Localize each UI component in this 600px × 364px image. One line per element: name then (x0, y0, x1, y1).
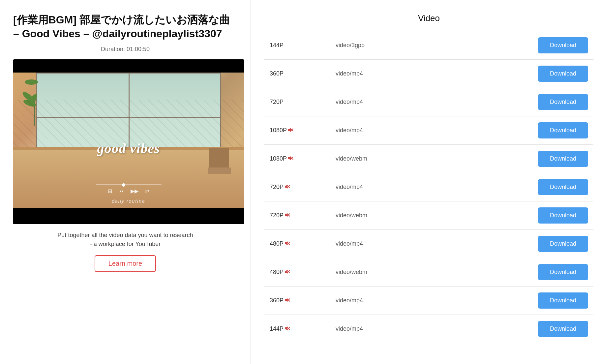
format-cell: video/mp4 (330, 116, 390, 145)
download-cell: Download (390, 173, 593, 201)
right-panel: Video 144Pvideo/3gppDownload360Pvideo/mp… (251, 0, 600, 364)
download-table: 144Pvideo/3gppDownload360Pvideo/mp4Downl… (264, 31, 593, 343)
video-thumbnail: good vibes ⊟ ⏮ ▶▶ ⇄ daily routine (13, 59, 244, 224)
mute-icon (285, 184, 291, 189)
download-button-0[interactable]: Download (538, 37, 588, 53)
download-button-3[interactable]: Download (538, 122, 588, 138)
table-row: 720P video/webmDownload (264, 201, 593, 230)
resolution-cell: 360P (264, 60, 330, 88)
table-row: 144P video/mp4Download (264, 315, 593, 343)
mute-icon (285, 213, 291, 217)
mute-icon (285, 241, 291, 246)
rewind-icon[interactable]: ⏮ (119, 188, 124, 194)
download-cell: Download (390, 116, 593, 145)
download-button-4[interactable]: Download (538, 151, 588, 167)
mute-icon (285, 298, 291, 302)
download-cell: Download (390, 88, 593, 116)
download-scroll-area[interactable]: Video 144Pvideo/3gppDownload360Pvideo/mp… (264, 13, 593, 351)
download-cell: Download (390, 60, 593, 88)
table-row: 480P video/mp4Download (264, 230, 593, 258)
resolution-cell: 720P (264, 201, 330, 230)
resolution-cell: 720P (264, 173, 330, 201)
download-button-6[interactable]: Download (538, 207, 588, 224)
main-container: [作業用BGM] 部屋でかけ流したいお洒落な曲 – Good Vibes – @… (0, 0, 600, 364)
video-duration: Duration: 01:00:50 (13, 46, 237, 53)
format-cell: video/webm (330, 258, 390, 287)
download-cell: Download (390, 287, 593, 315)
video-section-title: Video (264, 13, 593, 26)
video-title: [作業用BGM] 部屋でかけ流したいお洒落な曲 – Good Vibes – @… (13, 13, 237, 41)
format-cell: video/mp4 (330, 60, 390, 88)
mute-icon (285, 326, 291, 331)
daily-routine-text: daily routine (112, 198, 145, 204)
resolution-cell: 1080P (264, 145, 330, 173)
download-cell: Download (390, 230, 593, 258)
resolution-cell: 720P (264, 88, 330, 116)
mute-icon (285, 269, 291, 274)
format-cell: video/webm (330, 201, 390, 230)
table-row: 480P video/webmDownload (264, 258, 593, 287)
resolution-cell: 360P (264, 287, 330, 315)
download-button-10[interactable]: Download (538, 321, 588, 337)
download-button-8[interactable]: Download (538, 264, 588, 280)
download-cell: Download (390, 145, 593, 173)
mute-icon (288, 156, 295, 161)
learn-more-button[interactable]: Learn more (95, 255, 156, 272)
resolution-cell: 144P (264, 31, 330, 60)
table-row: 144Pvideo/3gppDownload (264, 31, 593, 60)
download-button-9[interactable]: Download (538, 292, 588, 309)
format-cell: video/mp4 (330, 230, 390, 258)
download-button-1[interactable]: Download (538, 66, 588, 82)
resolution-cell: 480P (264, 230, 330, 258)
loop-icon[interactable]: ⊟ (108, 188, 112, 194)
download-cell: Download (390, 258, 593, 287)
table-row: 720Pvideo/mp4Download (264, 88, 593, 116)
resolution-cell: 1080P (264, 116, 330, 145)
download-cell: Download (390, 201, 593, 230)
resolution-cell: 144P (264, 315, 330, 343)
format-cell: video/mp4 (330, 287, 390, 315)
table-row: 360P video/mp4Download (264, 287, 593, 315)
download-button-5[interactable]: Download (538, 179, 588, 195)
table-row: 1080P video/webmDownload (264, 145, 593, 173)
resolution-cell: 480P (264, 258, 330, 287)
left-panel: [作業用BGM] 部屋でかけ流したいお洒落な曲 – Good Vibes – @… (0, 0, 251, 364)
table-row: 1080P video/mp4Download (264, 116, 593, 145)
table-row: 360Pvideo/mp4Download (264, 60, 593, 88)
table-row: 720P video/mp4Download (264, 173, 593, 201)
format-cell: video/mp4 (330, 173, 390, 201)
format-cell: video/mp4 (330, 88, 390, 116)
download-button-2[interactable]: Download (538, 94, 588, 110)
download-cell: Download (390, 315, 593, 343)
promo-text: Put together all the video data you want… (13, 231, 237, 249)
shuffle-icon[interactable]: ⇄ (145, 188, 149, 194)
good-vibes-overlay-text: good vibes (97, 140, 160, 156)
mute-icon (288, 128, 295, 132)
format-cell: video/3gpp (330, 31, 390, 60)
player-controls: ⊟ ⏮ ▶▶ ⇄ (92, 184, 165, 194)
download-cell: Download (390, 31, 593, 60)
format-cell: video/webm (330, 145, 390, 173)
play-icon[interactable]: ▶▶ (131, 188, 138, 194)
download-button-7[interactable]: Download (538, 236, 588, 252)
format-cell: video/mp4 (330, 315, 390, 343)
